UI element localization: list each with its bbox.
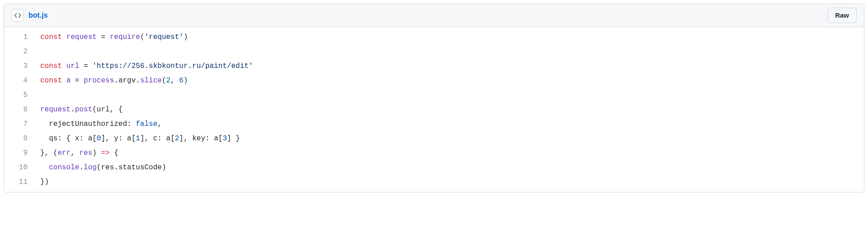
token: 'https://256.skbkontur.ru/paint/edit': [92, 62, 253, 70]
code-content[interactable]: const request = require('request'): [37, 30, 864, 44]
token: 2: [175, 134, 179, 143]
token: y: [114, 134, 118, 143]
token: [: [170, 134, 175, 143]
token: res: [79, 149, 92, 157]
line-number[interactable]: 1: [4, 30, 37, 44]
filename-link[interactable]: bot.js: [28, 11, 48, 19]
token: : {: [57, 134, 75, 143]
token: a: [88, 134, 93, 143]
token: ): [162, 163, 166, 172]
token: c: [153, 134, 158, 143]
token: :: [205, 134, 214, 143]
token: (: [97, 163, 101, 172]
token: [79, 62, 84, 70]
line-number[interactable]: 7: [4, 117, 37, 131]
code-line: 5: [4, 88, 864, 102]
token: (: [140, 33, 145, 41]
token: .: [114, 163, 118, 172]
token: post: [75, 106, 92, 114]
token: }, (: [40, 149, 57, 157]
token: 3: [222, 134, 227, 143]
token: [40, 134, 49, 143]
line-number[interactable]: 8: [4, 131, 37, 146]
token: rejectUnauthorized: [49, 120, 127, 128]
code-content[interactable]: }, (err, res) => {: [37, 146, 864, 160]
token: [62, 62, 66, 70]
token: [: [92, 134, 97, 143]
token: ): [92, 149, 101, 157]
token: false: [136, 120, 157, 128]
token: =: [75, 77, 80, 85]
token: 6: [179, 77, 184, 85]
line-number[interactable]: 11: [4, 175, 37, 189]
token: a: [127, 134, 132, 143]
token: .: [71, 106, 75, 114]
token: err: [57, 149, 71, 157]
code-content[interactable]: rejectUnauthorized: false,: [37, 117, 864, 131]
code-content[interactable]: }): [37, 175, 864, 189]
code-body: 1const request = require('request')2 3co…: [4, 27, 864, 192]
code-line: 9}, (err, res) => {: [4, 146, 864, 160]
token: x: [75, 134, 80, 143]
code-content[interactable]: qs: { x: a[0], y: a[1], c: a[2], key: a[…: [37, 131, 864, 146]
token: [71, 77, 75, 85]
token: [: [218, 134, 223, 143]
code-content[interactable]: const url = 'https://256.skbkontur.ru/pa…: [37, 59, 864, 73]
line-number[interactable]: 6: [4, 102, 37, 117]
token: 0: [97, 134, 101, 143]
token: .: [79, 163, 84, 172]
token: const: [40, 33, 62, 41]
token: [79, 77, 84, 85]
token: [62, 33, 66, 41]
line-number[interactable]: 3: [4, 59, 37, 73]
line-number[interactable]: 5: [4, 88, 37, 102]
token: {: [110, 149, 118, 157]
code-line: 11}): [4, 175, 864, 189]
token: ): [184, 77, 188, 85]
line-number[interactable]: 4: [4, 73, 37, 88]
code-content[interactable]: [37, 44, 864, 59]
token: ],: [101, 134, 114, 143]
token: const: [40, 77, 62, 85]
code-line: 1const request = require('request'): [4, 30, 864, 44]
line-number[interactable]: 10: [4, 160, 37, 175]
token: }): [40, 178, 49, 186]
token: =>: [101, 149, 109, 157]
file-header-left: bot.js: [11, 9, 48, 22]
code-content[interactable]: [37, 88, 864, 102]
token: [62, 77, 66, 85]
code-line: 6request.post(url, {: [4, 102, 864, 117]
token: [40, 163, 49, 172]
token: [105, 33, 110, 41]
token: [88, 62, 93, 70]
token: ] }: [227, 134, 240, 143]
raw-button[interactable]: Raw: [827, 8, 857, 23]
line-number[interactable]: 9: [4, 146, 37, 160]
token: :: [157, 134, 166, 143]
token: const: [40, 62, 62, 70]
token: qs: [49, 134, 57, 143]
token: :: [79, 134, 88, 143]
token: =: [101, 33, 105, 41]
token: require: [110, 33, 140, 41]
token: slice: [140, 77, 162, 85]
code-line: 8 qs: { x: a[0], y: a[1], c: a[2], key: …: [4, 131, 864, 146]
token: 2: [166, 77, 171, 85]
token: key: [192, 134, 205, 143]
token: , {: [110, 106, 123, 114]
line-number[interactable]: 2: [4, 44, 37, 59]
code-content[interactable]: console.log(res.statusCode): [37, 160, 864, 175]
token: :: [127, 120, 136, 128]
code-icon: [11, 9, 24, 22]
code-line: 4const a = process.argv.slice(2, 6): [4, 73, 864, 88]
token: .: [114, 77, 118, 85]
code-content[interactable]: const a = process.argv.slice(2, 6): [37, 73, 864, 88]
token: .: [136, 77, 140, 85]
token: statusCode: [118, 163, 162, 172]
token: process: [84, 77, 114, 85]
code-line: 7 rejectUnauthorized: false,: [4, 117, 864, 131]
token: console: [49, 163, 79, 172]
file-box: bot.js Raw 1const request = require('req…: [4, 4, 864, 192]
code-line: 3const url = 'https://256.skbkontur.ru/p…: [4, 59, 864, 73]
code-content[interactable]: request.post(url, {: [37, 102, 864, 117]
